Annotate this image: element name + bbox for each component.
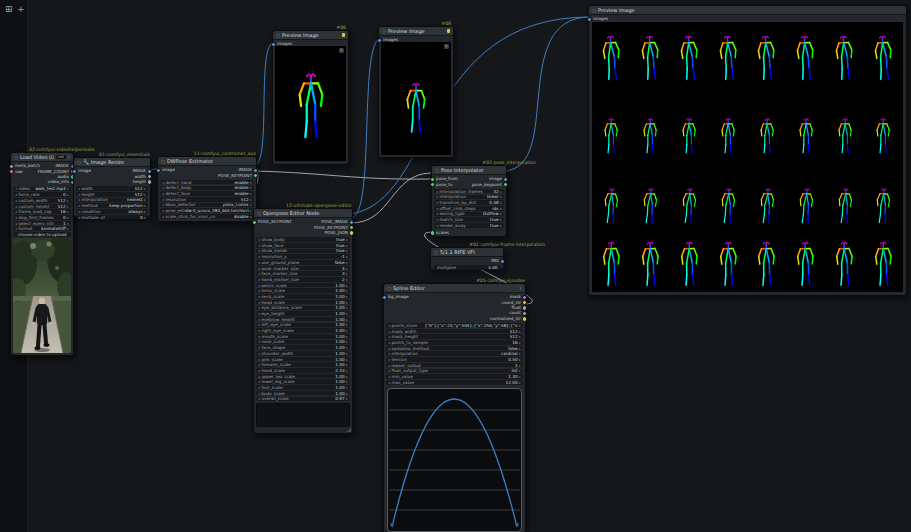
increment-arrow-icon[interactable]: ▸ [67,226,69,231]
widget-row[interactable]: ◂ custom_height 512 ▸ [13,204,71,209]
increment-arrow-icon[interactable]: ▸ [144,186,146,191]
widget-row[interactable]: ◂ interpolation nearest ▸ [76,198,148,203]
node-header[interactable]: ○ Preview Image [379,27,453,36]
input-slot-dot[interactable] [430,230,435,235]
widget-row[interactable]: ◂ tension 0.50 ▸ [386,357,523,362]
decrement-arrow-icon[interactable]: ◂ [258,379,260,384]
widget-row[interactable]: ◂ eye_distance_scale 1.00 ▸ [256,306,350,311]
widget-row[interactable]: ◂ points_store {"0":[{"x":23,"y":504},{"… [386,323,523,328]
increment-arrow-icon[interactable]: ▸ [500,217,502,222]
widget-row[interactable]: ◂ lower_leg_scale 1.00 ▸ [256,379,350,384]
increment-arrow-icon[interactable]: ▸ [519,334,521,339]
decrement-arrow-icon[interactable]: ◂ [436,206,438,211]
widget-row[interactable]: ◂ eyebrow_height 1.00 ▸ [256,317,350,322]
widget-row[interactable]: ◂ torso_scale 1.00 ▸ [256,288,350,293]
widget-row[interactable]: ◂ forearm_scale 1.00 ▸ [256,362,350,367]
collapse-icon[interactable]: ○ [161,159,165,164]
increment-arrow-icon[interactable]: ▸ [346,345,348,350]
decrement-arrow-icon[interactable]: ◂ [162,203,164,208]
widget-row[interactable]: ◂ detect_body enable ▸ [160,186,254,191]
increment-arrow-icon[interactable]: ▸ [519,340,521,345]
decrement-arrow-icon[interactable]: ◂ [78,186,80,191]
decrement-arrow-icon[interactable]: ◂ [258,306,260,311]
help-icon[interactable]: ? [520,286,522,291]
widget-row[interactable]: ◂ float_output_type list ▸ [386,369,523,374]
increment-arrow-icon[interactable]: ▸ [346,266,348,271]
decrement-arrow-icon[interactable]: ◂ [15,187,17,192]
increment-arrow-icon[interactable]: ▸ [346,271,348,276]
widget-row[interactable]: ◂ skip_first_frames 0 ▸ [13,215,71,220]
pose-json-textarea[interactable] [256,403,350,427]
decrement-arrow-icon[interactable]: ◂ [388,374,390,379]
collapse-icon[interactable]: ○ [387,286,391,291]
decrement-arrow-icon[interactable]: ◂ [436,200,438,205]
widget-row[interactable]: multiplier 5.00 [433,265,501,270]
decrement-arrow-icon[interactable]: ◂ [388,357,390,362]
decrement-arrow-icon[interactable]: ◂ [388,363,390,368]
widget-row[interactable]: ◂ foot_scale 1.00 ▸ [256,385,350,390]
widget-row[interactable]: ◂ detect_face enable ▸ [160,191,254,196]
spline-graph-editor[interactable] [387,388,522,532]
workflow-grid-icon[interactable]: ⊞ [5,5,13,14]
widget-row[interactable]: ◂ right_eye_scale 1.00 ▸ [256,328,350,333]
collapse-icon[interactable]: ○ [382,29,386,34]
collapse-icon[interactable]: ○ [276,33,280,38]
node-header[interactable]: ○ DWPose Estimator [158,157,256,166]
decrement-arrow-icon[interactable]: ◂ [78,209,80,214]
widget-row[interactable]: ◂ frame_load_cap 16 ▸ [13,209,71,214]
output-slot-dot[interactable] [522,316,527,321]
widget-row[interactable]: ◂ pelvis_scale 1.00 ▸ [256,283,350,288]
decrement-arrow-icon[interactable]: ◂ [15,198,17,203]
increment-arrow-icon[interactable]: ▸ [250,197,252,202]
widget-row[interactable]: ◂ method keep proportion ▸ [76,203,148,208]
widget-row[interactable]: ◂ min_value 1.30 ▸ [386,374,523,379]
decrement-arrow-icon[interactable]: ◂ [258,237,260,242]
node-header[interactable]: ○ Load Video (Upload) 🎞️ VHS ? [11,153,73,162]
decrement-arrow-icon[interactable]: ◂ [258,368,260,373]
decrement-arrow-icon[interactable]: ◂ [388,323,390,328]
widget-row[interactable]: ◂ match_size true ▸ [434,217,504,222]
collapse-icon[interactable]: ○ [592,8,596,13]
decrement-arrow-icon[interactable]: ◂ [258,317,260,322]
increment-arrow-icon[interactable]: ▸ [346,277,348,282]
decrement-arrow-icon[interactable]: ◂ [258,357,260,362]
increment-arrow-icon[interactable]: ▸ [346,254,348,259]
decrement-arrow-icon[interactable]: ◂ [258,260,260,265]
widget-row[interactable]: ◂ interpolation linear ▸ [434,195,504,200]
decrement-arrow-icon[interactable]: ◂ [258,311,260,316]
increment-arrow-icon[interactable]: ▸ [519,374,521,379]
output-slot-dot[interactable] [503,182,508,187]
node-preview-image-grid[interactable]: ○ Preview Image images [588,5,907,296]
increment-arrow-icon[interactable]: ▸ [250,208,252,213]
widget-row[interactable]: ◂ shoulder_width 1.00 ▸ [256,351,350,356]
spline-curve[interactable] [388,389,521,531]
increment-arrow-icon[interactable]: ▸ [346,357,348,362]
increment-arrow-icon[interactable]: ▸ [346,334,348,339]
decrement-arrow-icon[interactable]: ◂ [436,189,438,194]
widget-row[interactable]: ◂ detect_hand enable ▸ [160,180,254,185]
decrement-arrow-icon[interactable]: ◂ [258,362,260,367]
decrement-arrow-icon[interactable]: ◂ [388,380,390,385]
widget-row[interactable]: ◂ scale_stick_for_xinsr_cn disable ▸ [160,214,254,219]
decrement-arrow-icon[interactable]: ◂ [258,385,260,390]
increment-arrow-icon[interactable]: ▸ [519,363,521,368]
input-slot-dot[interactable] [587,17,592,22]
increment-arrow-icon[interactable]: ▸ [250,191,252,196]
decrement-arrow-icon[interactable]: ◂ [15,226,17,231]
widget-row[interactable]: ◂ pose_estimator dw-ll_ucoco_384_bs5.tor… [160,208,254,213]
node-header[interactable]: ○ Pose Interpolator [432,166,506,175]
decrement-arrow-icon[interactable]: ◂ [388,346,390,351]
increment-arrow-icon[interactable]: ▸ [67,198,69,203]
decrement-arrow-icon[interactable]: ◂ [78,215,80,220]
increment-arrow-icon[interactable]: ▸ [519,357,521,362]
node-load-video[interactable]: 02-comfyui-videohelpersuite ○ Load Video… [10,152,74,356]
widget-row[interactable]: ◂ face_marker_size 3 ▸ [256,271,350,276]
decrement-arrow-icon[interactable]: ◂ [78,192,80,197]
increment-arrow-icon[interactable]: ▸ [346,362,348,367]
decrement-arrow-icon[interactable]: ◂ [258,254,260,259]
decrement-arrow-icon[interactable]: ◂ [388,334,390,339]
decrement-arrow-icon[interactable]: ◂ [162,186,164,191]
decrement-arrow-icon[interactable]: ◂ [15,215,17,220]
increment-arrow-icon[interactable]: ▸ [144,203,146,208]
decrement-arrow-icon[interactable]: ◂ [258,288,260,293]
